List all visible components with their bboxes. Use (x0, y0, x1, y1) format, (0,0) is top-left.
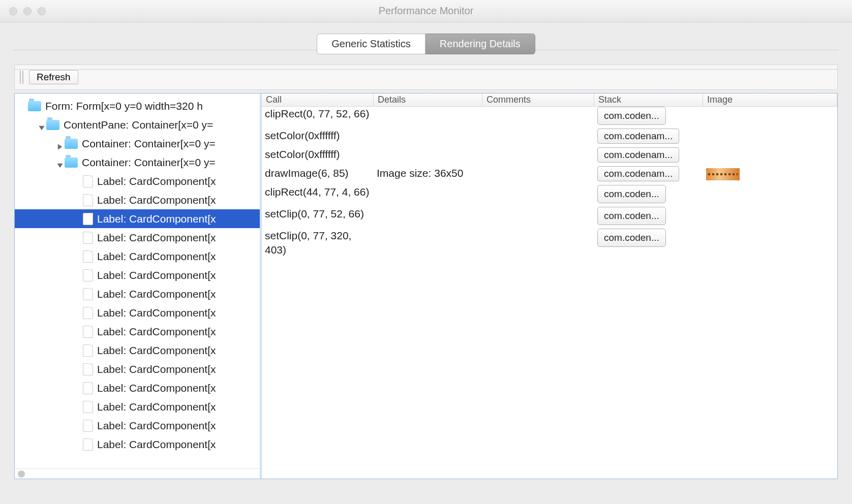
folder-icon (46, 120, 59, 130)
cell-call: setClip(0, 77, 320, 403) (262, 229, 374, 257)
tree-row[interactable]: Label: CardComponent[x (15, 266, 260, 285)
stack-button[interactable]: com.codenam... (597, 166, 679, 181)
file-icon (83, 326, 93, 338)
tree-row-label: ContentPane: Container[x=0 y= (64, 119, 213, 131)
tree-row-label: Label: CardComponent[x (97, 438, 216, 451)
tree-row[interactable]: Label: CardComponent[x (15, 360, 260, 379)
tree-row[interactable]: Form: Form[x=0 y=0 width=320 h (15, 97, 260, 115)
tree-row[interactable]: Label: CardComponent[x (15, 379, 260, 397)
stack-button[interactable]: com.coden... (597, 207, 666, 225)
folder-icon (65, 158, 78, 168)
tree-row[interactable]: Label: CardComponent[x (15, 172, 260, 191)
file-icon (83, 288, 93, 300)
tree-row[interactable]: ContentPane: Container[x=0 y= (15, 115, 260, 134)
table-row[interactable]: setClip(0, 77, 320, 403)com.coden... (262, 229, 837, 257)
cell-stack: com.codenam... (594, 129, 703, 147)
chevron-right-icon[interactable] (56, 141, 64, 148)
table-row[interactable]: setColor(0xffffff)com.codenam... (262, 129, 837, 147)
tree-row-label: Label: CardComponent[x (97, 420, 216, 432)
tree-row[interactable]: Label: CardComponent[x (15, 247, 260, 266)
tree-row-label: Container: Container[x=0 y= (82, 156, 216, 169)
tree-row[interactable]: Label: CardComponent[x (15, 285, 260, 303)
table-row[interactable]: drawImage(6, 85)Image size: 36x50com.cod… (262, 166, 837, 185)
folder-icon (65, 139, 78, 149)
tab-generic-statistics[interactable]: Generic Statistics (317, 34, 425, 54)
tree-row-label: Label: CardComponent[x (97, 194, 216, 206)
tree-row-label: Label: CardComponent[x (97, 344, 216, 357)
scrollbar-thumb[interactable] (18, 470, 25, 478)
cell-stack: com.codenam... (594, 147, 703, 166)
column-details[interactable]: Details (374, 93, 482, 106)
tree-scrollbar[interactable] (15, 468, 260, 479)
chevron-down-icon[interactable] (38, 122, 45, 129)
tree-row[interactable]: Label: CardComponent[x (15, 191, 260, 209)
column-stack[interactable]: Stack (594, 93, 703, 106)
splitter-handle[interactable] (258, 273, 262, 292)
cell-call: setClip(0, 77, 52, 66) (262, 207, 374, 221)
tree-row[interactable]: Container: Container[x=0 y= (15, 134, 260, 153)
cell-stack: com.coden... (594, 107, 703, 129)
svg-marker-0 (39, 125, 44, 130)
toolbar-grip-icon (20, 71, 25, 84)
cell-stack: com.coden... (594, 229, 703, 250)
disclosure-blank (75, 329, 82, 336)
stack-button[interactable]: com.coden... (597, 185, 666, 203)
stack-button[interactable]: com.coden... (597, 107, 666, 125)
zoom-icon[interactable] (38, 7, 46, 15)
stack-button[interactable]: com.codenam... (597, 129, 679, 144)
tree-row[interactable]: Container: Container[x=0 y= (15, 153, 260, 172)
svg-marker-1 (58, 144, 62, 149)
stack-button[interactable]: com.codenam... (597, 147, 679, 163)
chevron-down-icon[interactable] (56, 160, 64, 167)
tree-row[interactable]: Label: CardComponent[x (15, 322, 260, 341)
tree-row-label: Form: Form[x=0 y=0 width=320 h (45, 100, 203, 112)
file-icon (83, 401, 93, 413)
tree-row[interactable]: Label: CardComponent[x (15, 416, 260, 435)
close-icon[interactable] (9, 7, 17, 15)
file-icon (83, 438, 93, 451)
details-table: Call Details Comments Stack Image clipRe… (262, 93, 837, 479)
refresh-button[interactable]: Refresh (29, 70, 78, 84)
tree-row-label: Label: CardComponent[x (97, 401, 216, 413)
tree-row[interactable]: Label: CardComponent[x (15, 209, 260, 228)
window-controls (0, 7, 46, 15)
tab-rendering-details[interactable]: Rendering Details (425, 34, 535, 54)
disclosure-blank (75, 272, 82, 279)
stack-button[interactable]: com.coden... (597, 229, 666, 247)
file-icon (83, 175, 93, 187)
column-image[interactable]: Image (703, 93, 837, 106)
cell-call: setColor(0xffffff) (262, 129, 374, 143)
tree-row[interactable]: Label: CardComponent[x (15, 341, 260, 360)
column-call[interactable]: Call (262, 93, 374, 106)
disclosure-blank (75, 291, 82, 298)
tree-row[interactable]: Label: CardComponent[x (15, 303, 260, 322)
cell-image (703, 166, 837, 184)
tree-row-label: Label: CardComponent[x (97, 269, 216, 281)
tree-row[interactable]: Label: CardComponent[x (15, 435, 260, 454)
window: Performance Monitor Generic Statistics R… (0, 0, 852, 504)
table-row[interactable]: setClip(0, 77, 52, 66)com.coden... (262, 207, 837, 229)
disclosure-blank (75, 310, 82, 317)
disclosure-blank (75, 216, 82, 223)
table-row[interactable]: clipRect(0, 77, 52, 66)com.coden... (262, 107, 837, 129)
table-row[interactable]: setColor(0xffffff)com.codenam... (262, 147, 837, 166)
content-split: Form: Form[x=0 y=0 width=320 hContentPan… (14, 93, 838, 479)
file-icon (83, 250, 93, 263)
cell-call: drawImage(6, 85) (262, 166, 374, 180)
column-comments[interactable]: Comments (482, 93, 594, 106)
tree-row-label: Label: CardComponent[x (97, 326, 216, 338)
file-icon (83, 307, 93, 319)
table-row[interactable]: clipRect(44, 77, 4, 66)com.coden... (262, 185, 837, 207)
file-icon (83, 420, 93, 432)
file-icon (83, 194, 93, 206)
component-tree[interactable]: Form: Form[x=0 y=0 width=320 hContentPan… (15, 93, 262, 479)
file-icon (83, 344, 93, 357)
svg-marker-2 (57, 163, 63, 167)
table-header: Call Details Comments Stack Image (262, 93, 837, 107)
tree-row-label: Label: CardComponent[x (97, 175, 216, 187)
tree-row-label: Label: CardComponent[x (97, 250, 216, 263)
disclosure-blank (75, 348, 82, 355)
tree-row[interactable]: Label: CardComponent[x (15, 228, 260, 247)
minimize-icon[interactable] (23, 7, 32, 15)
tree-row[interactable]: Label: CardComponent[x (15, 397, 260, 416)
